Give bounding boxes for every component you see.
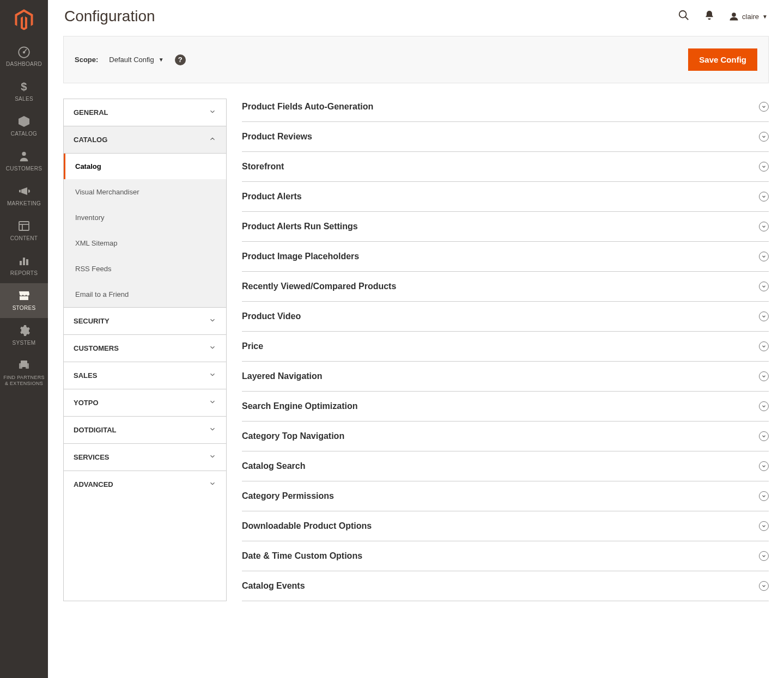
config-subtab-xml-sitemap[interactable]: XML Sitemap <box>64 230 226 256</box>
config-section-catalog-search[interactable]: Catalog Search <box>242 451 769 481</box>
config-section-category-permissions[interactable]: Category Permissions <box>242 481 769 511</box>
config-section-storefront[interactable]: Storefront <box>242 152 769 182</box>
config-section-title: Product Image Placeholders <box>242 252 359 261</box>
nav-item-find-partners-extensions[interactable]: FIND PARTNERS & EXTENSIONS <box>0 353 48 393</box>
config-tab-advanced[interactable]: ADVANCED <box>64 471 226 498</box>
expand-icon <box>759 521 769 531</box>
scope-label: Scope: <box>75 56 98 64</box>
magento-logo-icon <box>15 9 33 30</box>
save-config-button[interactable]: Save Config <box>688 48 757 71</box>
expand-icon <box>759 341 769 351</box>
content-row: GENERALCATALOGCatalogVisual Merchandiser… <box>63 99 769 601</box>
box-icon <box>17 114 31 129</box>
scope-left: Scope: Default Config ▼ ? <box>75 54 186 65</box>
config-section-title: Search Engine Optimization <box>242 401 357 411</box>
config-tab-general[interactable]: GENERAL <box>64 99 226 126</box>
config-section-date-time-custom-options[interactable]: Date & Time Custom Options <box>242 541 769 571</box>
expand-icon <box>759 401 769 411</box>
nav-label: DASHBOARD <box>6 61 42 68</box>
config-section-title: Product Fields Auto-Generation <box>242 102 373 112</box>
config-section-layered-navigation[interactable]: Layered Navigation <box>242 362 769 392</box>
svg-point-15 <box>732 13 736 17</box>
page-main: Configuration claire ▼ Scope: Default Co… <box>48 0 784 678</box>
config-section-downloadable-product-options[interactable]: Downloadable Product Options <box>242 511 769 541</box>
config-subtab-rss-feeds[interactable]: RSS Feeds <box>64 256 226 282</box>
nav-item-sales[interactable]: $SALES <box>0 74 48 109</box>
help-icon[interactable]: ? <box>175 54 186 65</box>
config-section-title: Downloadable Product Options <box>242 521 372 531</box>
expand-icon <box>759 132 769 142</box>
config-section-product-fields-auto-generation[interactable]: Product Fields Auto-Generation <box>242 99 769 122</box>
nav-item-customers[interactable]: CUSTOMERS <box>0 144 48 179</box>
expand-icon <box>759 311 769 321</box>
config-section-product-alerts[interactable]: Product Alerts <box>242 182 769 212</box>
nav-item-stores[interactable]: STORES <box>0 283 48 318</box>
user-menu[interactable]: claire ▼ <box>729 11 768 21</box>
config-section-title: Category Top Navigation <box>242 431 344 441</box>
nav-item-marketing[interactable]: MARKETING <box>0 179 48 213</box>
config-section-title: Storefront <box>242 162 284 172</box>
scope-bar: Scope: Default Config ▼ ? Save Config <box>63 36 769 83</box>
expand-icon <box>759 252 769 261</box>
content-icon <box>17 219 31 233</box>
config-tab-catalog[interactable]: CATALOG <box>64 126 226 154</box>
config-subtab-email-to-a-friend[interactable]: Email to a Friend <box>64 282 226 307</box>
nav-item-content[interactable]: CONTENT <box>0 213 48 248</box>
svg-rect-11 <box>19 363 22 369</box>
expand-icon <box>759 461 769 471</box>
config-tab-sales[interactable]: SALES <box>64 362 226 389</box>
nav-item-system[interactable]: SYSTEM <box>0 318 48 353</box>
config-tab-label: GENERAL <box>74 108 108 117</box>
config-tab-security[interactable]: SECURITY <box>64 308 226 335</box>
config-section-product-reviews[interactable]: Product Reviews <box>242 122 769 152</box>
config-section-recently-viewed-compared-products[interactable]: Recently Viewed/Compared Products <box>242 272 769 302</box>
config-subtab-catalog[interactable]: Catalog <box>64 154 226 179</box>
config-section-product-alerts-run-settings[interactable]: Product Alerts Run Settings <box>242 212 769 242</box>
config-section-search-engine-optimization[interactable]: Search Engine Optimization <box>242 392 769 422</box>
nav-label: FIND PARTNERS & EXTENSIONS <box>2 375 46 387</box>
expand-icon <box>759 282 769 291</box>
expand-icon <box>759 581 769 591</box>
reports-icon <box>17 254 31 268</box>
expand-icon <box>759 431 769 441</box>
config-section-title: Catalog Events <box>242 581 305 591</box>
config-section-product-video[interactable]: Product Video <box>242 302 769 332</box>
nav-label: CATALOG <box>11 131 37 137</box>
config-section-catalog-events[interactable]: Catalog Events <box>242 571 769 601</box>
page-header: Configuration claire ▼ <box>63 0 769 36</box>
caret-down-icon: ▼ <box>159 57 164 63</box>
config-tab-dotdigital[interactable]: DOTDIGITAL <box>64 417 226 444</box>
expand-icon <box>759 222 769 231</box>
scope-select[interactable]: Default Config ▼ <box>109 56 163 64</box>
nav-item-reports[interactable]: REPORTS <box>0 248 48 283</box>
config-tab-label: SERVICES <box>74 453 110 461</box>
nav-item-dashboard[interactable]: DASHBOARD <box>0 39 48 74</box>
config-tab-label: CUSTOMERS <box>74 344 119 352</box>
config-subtab-inventory[interactable]: Inventory <box>64 205 226 230</box>
expand-icon <box>759 371 769 381</box>
search-icon[interactable] <box>678 9 690 24</box>
config-sections-panel: Product Fields Auto-GenerationProduct Re… <box>242 99 769 601</box>
svg-line-14 <box>685 16 689 20</box>
expand-icon <box>759 192 769 201</box>
chevron-down-icon <box>209 398 216 407</box>
gear-icon <box>17 323 31 338</box>
notifications-icon[interactable] <box>704 10 715 23</box>
magento-logo[interactable] <box>0 0 48 39</box>
chevron-down-icon <box>209 453 216 462</box>
config-tab-yotpo[interactable]: YOTPO <box>64 389 226 417</box>
config-section-category-top-navigation[interactable]: Category Top Navigation <box>242 422 769 451</box>
config-section-price[interactable]: Price <box>242 332 769 362</box>
expand-icon <box>759 551 769 561</box>
user-name: claire <box>742 13 759 21</box>
config-section-product-image-placeholders[interactable]: Product Image Placeholders <box>242 242 769 272</box>
svg-rect-7 <box>20 261 22 265</box>
config-tabs-sidebar: GENERALCATALOGCatalogVisual Merchandiser… <box>63 99 227 601</box>
nav-item-catalog[interactable]: CATALOG <box>0 109 48 144</box>
config-tab-services[interactable]: SERVICES <box>64 444 226 471</box>
config-tab-customers[interactable]: CUSTOMERS <box>64 335 226 362</box>
config-section-title: Category Permissions <box>242 491 334 501</box>
config-subtab-visual-merchandiser[interactable]: Visual Merchandiser <box>64 179 226 205</box>
nav-label: CONTENT <box>10 235 38 242</box>
nav-label: CUSTOMERS <box>6 166 42 172</box>
